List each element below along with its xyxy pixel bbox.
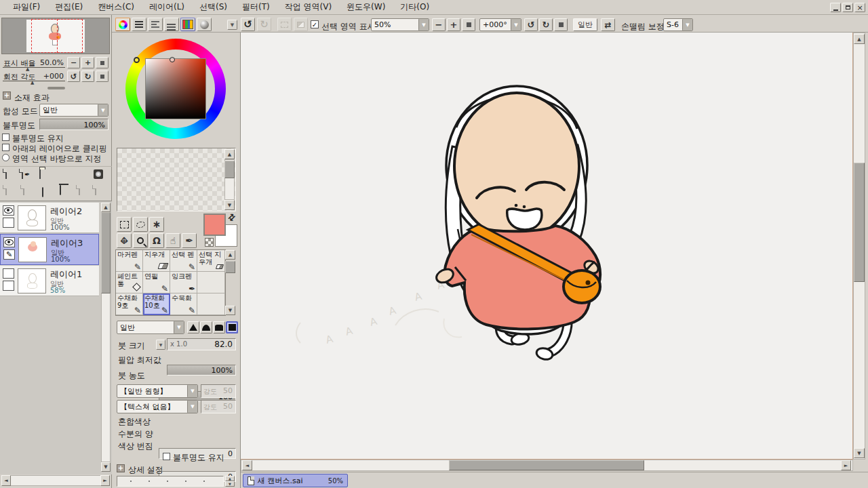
hsv-slider-view-button[interactable] [148,18,163,31]
zoom-tool[interactable] [133,233,148,248]
tool-ink-pen[interactable]: 잉크펜✒ [170,272,197,293]
navigator-preview[interactable] [1,18,110,54]
tool-selection-pen[interactable]: 선택 펜✎ [170,250,197,272]
edge-dropdown-icon[interactable]: ▼ [174,321,184,333]
shape-strength-field[interactable]: 강도 50 [201,384,236,398]
tool-marker-pen[interactable]: 마커펜✎ [116,250,143,272]
layer3-paint-mode-box[interactable]: ✎ [3,249,15,260]
nav-rotate-ccw-button[interactable]: ↺ [67,70,80,82]
nav-scale-track[interactable] [3,67,65,68]
panel-divider-handle[interactable] [47,87,65,89]
window-restore-button[interactable] [842,3,853,12]
selection-source-radio[interactable] [2,154,9,161]
brush-keep-opacity-checkbox[interactable] [163,453,170,460]
menu-file[interactable]: 파일(F) [5,1,47,13]
stabilizer-dropdown-icon[interactable]: ▼ [682,19,692,30]
canvas-vscroll-thumb[interactable] [854,163,865,282]
new-vector-layer-button[interactable]: ✒ [22,169,23,178]
blend-dropdown-icon[interactable]: ▼ [98,104,108,116]
layer-row-2[interactable]: 레이어2 일반 100% [0,203,99,233]
rotate-view-tool[interactable]: Ω [149,233,164,248]
layer-row-3-selected[interactable]: ✎ 레이어3 일반 100% [0,234,99,265]
redo-button[interactable]: ↻ [257,18,271,31]
rotate-ccw-button[interactable]: ↺ [524,18,538,31]
layer-row-1[interactable]: 레이어1 일반 58% [0,266,99,296]
angle-combo[interactable]: +000° ▼ [479,18,521,31]
texture-combo[interactable]: 【텍스쳐 없음】 ▼ [117,400,198,413]
new-folder-button[interactable] [39,169,41,178]
eyedropper-tool[interactable]: ✒ [182,233,197,248]
zoom-combo[interactable]: 50% ▼ [371,18,429,31]
shape-dropdown-icon[interactable]: ▼ [187,385,197,397]
layer3-visibility-toggle[interactable] [3,237,15,247]
clipping-group-checkbox[interactable] [2,144,9,151]
zoom-reset-button[interactable] [462,18,475,31]
nav-scale-marker[interactable]: ▲ [26,66,29,72]
tool-paint-bucket[interactable]: 페인트 통 [116,272,143,293]
canvas-hscroll-right[interactable]: ► [841,460,851,470]
new-layer-button[interactable] [5,169,7,178]
mixer-view-button[interactable] [164,18,179,31]
zoom-in-button[interactable]: + [447,18,460,31]
color-wheel-view-button[interactable] [115,18,130,31]
rotate-reset-button[interactable] [554,18,568,31]
layer-panel-hscroll-right[interactable]: ► [100,475,110,486]
nav-zoom-reset-button[interactable] [96,57,108,68]
layer2-visibility-toggle[interactable] [3,205,14,216]
tool-grid-scroll-thumb[interactable] [225,261,235,273]
copy-layer-button[interactable] [79,186,80,195]
hue-marker[interactable] [134,57,140,63]
layer1-mode-box[interactable] [3,281,14,291]
brush-shape-triangle-button[interactable] [187,321,199,333]
canvas-hscroll-left[interactable]: ◄ [242,460,252,470]
merge-down-button[interactable] [23,186,24,195]
primary-color-swatch[interactable] [203,214,226,236]
brush-shape-square-button-selected[interactable] [226,321,238,333]
layer-opacity-slider[interactable]: 100% [39,119,108,130]
layer-list-scroll-up[interactable]: ▲ [101,203,111,212]
texture-dropdown-icon[interactable]: ▼ [187,401,197,413]
brush-shape-round-button[interactable] [200,321,212,333]
tool-grid-scroll-up[interactable]: ▲ [225,250,235,260]
layer-list-scroll-down[interactable]: ▼ [101,462,111,472]
swatches-scroll-thumb[interactable] [224,161,235,178]
tool-selection-eraser[interactable]: 선택 지우개 [197,250,225,272]
nav-zoom-out-button[interactable]: − [67,57,80,68]
preserve-opacity-checkbox[interactable] [2,134,9,141]
delete-layer-button[interactable] [60,186,61,195]
transfer-down-button[interactable] [5,186,7,195]
flip-view-button[interactable]: ⇄ [601,18,615,31]
quick-slot-row[interactable] [117,476,224,487]
canvas-vscroll-up[interactable]: ▲ [854,34,865,44]
tool-watercolor-10-selected[interactable]: 수채화 10호✎ [143,293,170,315]
layer-mask-button[interactable] [94,169,103,179]
brush-shape-flat-button[interactable] [213,321,225,333]
tool-eraser[interactable]: 지우개 [143,250,170,272]
swatches-scroll-up[interactable]: ▲ [224,149,235,159]
swatches-view-button[interactable] [180,18,195,31]
slot-spin-down[interactable]: ▼ [225,481,235,487]
slot-spin-up[interactable]: ▲ [225,476,235,481]
invert-selection-button[interactable] [294,18,308,31]
brush-size-field[interactable]: x 1.0 82.0 [167,338,236,350]
menu-canvas[interactable]: 캔버스(C) [90,1,142,13]
menu-filter[interactable]: 필터(T) [235,1,277,13]
tool-pencil[interactable]: 연필✎ [143,272,170,293]
tool-ink-wash[interactable]: 수묵화✎ [170,293,197,315]
nav-rotate-reset-button[interactable] [96,70,108,82]
undo-button[interactable]: ↺ [241,18,255,31]
angle-dropdown-icon[interactable]: ▼ [511,19,521,30]
canvas-hscroll-thumb[interactable] [449,460,644,470]
blend-mode-combo[interactable]: 일반 ▼ [39,104,108,117]
menu-select[interactable]: 선택(S) [192,1,235,13]
toolbar-menu-button[interactable]: ▼ [227,20,237,30]
tool-empty-slot[interactable] [197,293,225,315]
brush-shape-combo[interactable]: 【일반 원형】 ▼ [117,384,198,398]
rect-select-tool[interactable] [117,217,132,232]
zoom-dropdown-icon[interactable]: ▼ [418,19,429,30]
paste-layer-button[interactable] [95,186,96,195]
deselect-button[interactable] [277,18,292,31]
menu-other[interactable]: 기타(O) [393,1,437,13]
layer-list-scroll-thumb[interactable] [101,212,111,293]
material-effect-expander[interactable]: + [3,92,11,100]
